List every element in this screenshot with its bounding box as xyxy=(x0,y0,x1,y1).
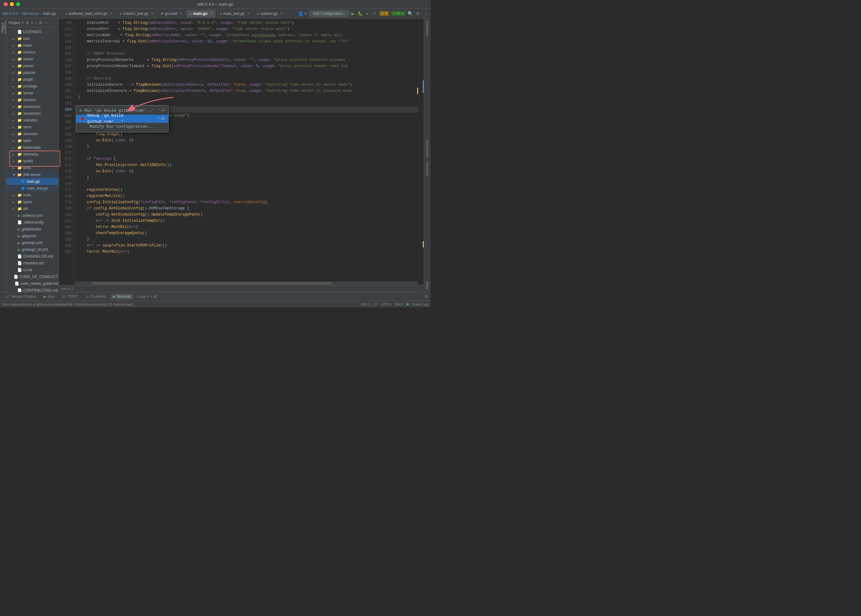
sidebar-gear-icon[interactable]: ⚙ xyxy=(39,20,43,25)
sidebar-item-gitattributes[interactable]: ◆ .gitattributes xyxy=(6,226,58,233)
sidebar-item-sessionctx[interactable]: ▶ 📁 sessionctx xyxy=(6,103,58,110)
code-line-177: registerStores() xyxy=(78,187,418,193)
terminal-settings-icon[interactable]: ⚙ xyxy=(425,294,428,299)
context-menu-modify[interactable]: Modify Run Configuration... xyxy=(76,123,168,131)
line-numbers: 150 151 152 153 154 155 156 157 158 159 … xyxy=(59,19,74,285)
left-icon-strip: Project xyxy=(0,19,6,292)
profile-button[interactable]: ⏱ xyxy=(372,11,376,16)
debug-button[interactable]: 🐛 xyxy=(358,11,363,16)
sidebar-item-contributing[interactable]: 📄 CONTRIBUTING.md xyxy=(6,287,58,292)
version-control-tab[interactable]: ⎇ Version Control xyxy=(3,294,39,299)
sidebar-sort-icon[interactable]: ↕ xyxy=(35,20,38,25)
add-configuration-button[interactable]: Add Configuration... xyxy=(309,11,349,17)
sidebar-item-tidb-server[interactable]: ▼ 📂 tidb-server xyxy=(6,171,58,178)
terminal-add-button[interactable]: + xyxy=(150,294,152,299)
project-icon[interactable]: Project xyxy=(0,21,6,34)
structure-tab[interactable]: Structure xyxy=(425,160,430,179)
sidebar-item-structure[interactable]: ▶ 📁 structure xyxy=(6,130,58,137)
more-icon[interactable]: ⋮ xyxy=(423,11,427,16)
tab-column-go[interactable]: ● column.go ✕ xyxy=(254,10,286,17)
event-log-label[interactable]: Event Log xyxy=(413,302,428,306)
code-line-187: terror.MustNil(err) xyxy=(78,248,418,255)
breadcrumb-server[interactable]: tidb-server xyxy=(22,11,39,16)
tab-go-mod[interactable]: ◆ go.mod ✕ xyxy=(158,10,185,17)
sidebar-item-privilege[interactable]: ▶ 📁 privilege xyxy=(6,83,58,90)
coverage-button[interactable]: ▸ xyxy=(366,11,369,16)
search-icon[interactable]: 🔍 xyxy=(408,11,413,16)
sidebar-item-testkit[interactable]: ▶ 📁 testkit xyxy=(6,158,58,165)
tab-buffered-read-conn[interactable]: ● buffered_read_conn.go ✕ xyxy=(62,10,115,17)
sidebar-item-code-of-conduct[interactable]: 📄 CODE_OF_CONDUCT.md xyxy=(6,273,58,280)
sidebar-item-golangci-br[interactable]: ◆ .golangci_br.yml xyxy=(6,246,58,253)
breadcrumb-root[interactable]: tidb-5.4.0 xyxy=(3,11,18,16)
sidebar-item-codecov[interactable]: ◆ .codecov.yml xyxy=(6,212,58,219)
sidebar-item-tests[interactable]: ▶ 📁 tests xyxy=(6,165,58,171)
terminal-right-controls: ⚙ xyxy=(425,294,428,299)
sidebar-item-types[interactable]: ▶ 📁 types xyxy=(6,198,58,205)
code-line-180: if config.GetGlobalConfig().OOMUseTmpSto… xyxy=(78,205,418,212)
sidebar-item-statistics[interactable]: ▶ 📁 statistics xyxy=(6,117,58,124)
close-button[interactable] xyxy=(4,2,8,6)
code-line-183: terror.MustNil(err) xyxy=(78,224,418,230)
bookmarks-tab[interactable]: Bookmarks xyxy=(425,138,430,160)
context-menu-debug[interactable]: 🐞 Debug 'go build github.com/...' ⌃⇧D xyxy=(76,115,168,123)
minimize-button[interactable] xyxy=(10,2,14,6)
sidebar-item-plugin[interactable]: ▶ 📁 plugin xyxy=(6,76,58,83)
sidebar-item-server[interactable]: ▶ 📁 server xyxy=(6,90,58,96)
sidebar-item-tablecodec[interactable]: ▶ 📁 tablecodec xyxy=(6,144,58,151)
sidebar-item-planner[interactable]: ▶ 📁 planner xyxy=(6,69,58,76)
database-tab[interactable]: Database xyxy=(425,19,430,38)
sidebar-item-licenses[interactable]: 📄 LICENSES xyxy=(6,28,58,35)
cursor-position[interactable]: 164:1 xyxy=(361,302,370,306)
sidebar-item-code-review[interactable]: 📄 code_review_guide.md xyxy=(6,280,58,287)
sidebar-collapse-all-icon[interactable]: ≡ xyxy=(31,20,33,25)
breadcrumb-file[interactable]: main.go xyxy=(43,11,56,16)
code-scroll[interactable]: 150 151 152 153 154 155 156 157 158 159 … xyxy=(59,19,424,285)
settings-icon[interactable]: ⚙ xyxy=(416,11,420,16)
sidebar-item-gitignore[interactable]: ◆ .gitignore xyxy=(6,233,58,239)
sidebar-item-telemetry[interactable]: ▶ 📁 telemetry xyxy=(6,151,58,158)
sidebar-item-util[interactable]: ▶ 📁 util xyxy=(6,205,58,212)
sidebar-item-ci[interactable]: 📄 ci.md xyxy=(6,267,58,273)
tab-main-go[interactable]: ● main.go ✕ xyxy=(187,10,215,17)
sidebar-item-editorconfig[interactable]: 📄 .editorconfig xyxy=(6,219,58,226)
code-content[interactable]: statusHost = flag.String(nmStatusHost, v… xyxy=(74,19,418,285)
tab-column-test[interactable]: ● column_test.go ✕ xyxy=(116,10,157,17)
problems-tab[interactable]: ⚠ Problems xyxy=(83,294,108,299)
run-tab[interactable]: ▶ Run xyxy=(41,294,57,299)
sidebar-item-checklist[interactable]: 📄 checklist.md xyxy=(6,260,58,267)
run-button[interactable]: ▶ xyxy=(351,11,355,16)
encoding[interactable]: UTF-8 xyxy=(381,302,391,306)
sidebar-item-metrics[interactable]: ▶ 📁 metrics xyxy=(6,49,58,56)
sidebar-item-lock[interactable]: ▶ 📁 lock xyxy=(6,35,58,42)
ok-badge[interactable]: ✓ 26 ∧ xyxy=(391,11,405,16)
make-tab[interactable]: Make xyxy=(425,279,430,292)
sidebar-item-table[interactable]: ▶ 📁 table xyxy=(6,137,58,144)
warning-badge[interactable]: ⚠ 4 xyxy=(379,11,388,16)
user-icon[interactable]: 👤 ▾ xyxy=(298,11,307,16)
sidebar-item-store[interactable]: ▶ 📁 store xyxy=(6,124,58,130)
sidebar-item-changelog[interactable]: 📄 CHANGELOG.md xyxy=(6,253,58,260)
sidebar-item-owner[interactable]: ▶ 📁 owner xyxy=(6,56,58,63)
sidebar-item-meta[interactable]: ▶ 📁 meta xyxy=(6,42,58,49)
sidebar-item-golangci[interactable]: ◆ .golangci.yml xyxy=(6,239,58,246)
tab-main-test-go[interactable]: ● main_test.go ✕ xyxy=(217,10,253,17)
code-line-185: } xyxy=(78,236,418,242)
sidebar-item-tools[interactable]: ▶ 📁 tools xyxy=(6,192,58,198)
maximize-button[interactable] xyxy=(16,2,20,6)
sidebar-settings-icon[interactable]: ⊞ xyxy=(26,20,29,25)
todo-tab[interactable]: ☑ TODO xyxy=(60,294,80,299)
terminal-dropdown[interactable]: ▾ xyxy=(147,294,149,299)
sidebar-item-parser[interactable]: ▶ 📁 parser xyxy=(6,63,58,69)
sidebar-item-main-go[interactable]: 🔵 main.go xyxy=(6,178,58,185)
sidebar-item-session[interactable]: ▶ 📁 session xyxy=(6,96,58,103)
sidebar-item-sessiontxn[interactable]: ▶ 📁 sessiontxn xyxy=(6,110,58,117)
sidebar-item-main-test-go[interactable]: 🔵 main_test.go xyxy=(6,185,58,192)
problems-icon: ⚠ xyxy=(85,294,89,299)
terminal-new-button[interactable]: ⊞ xyxy=(153,294,157,299)
sync-status-text: Sync dependencies of github.com/pingcap/… xyxy=(3,302,133,306)
terminal-tab[interactable]: ▸ Terminal xyxy=(111,294,133,299)
line-ending[interactable]: LF xyxy=(374,302,378,306)
indent-label[interactable]: Tab:8 xyxy=(394,302,403,306)
sidebar-close-icon[interactable]: — xyxy=(44,20,49,25)
